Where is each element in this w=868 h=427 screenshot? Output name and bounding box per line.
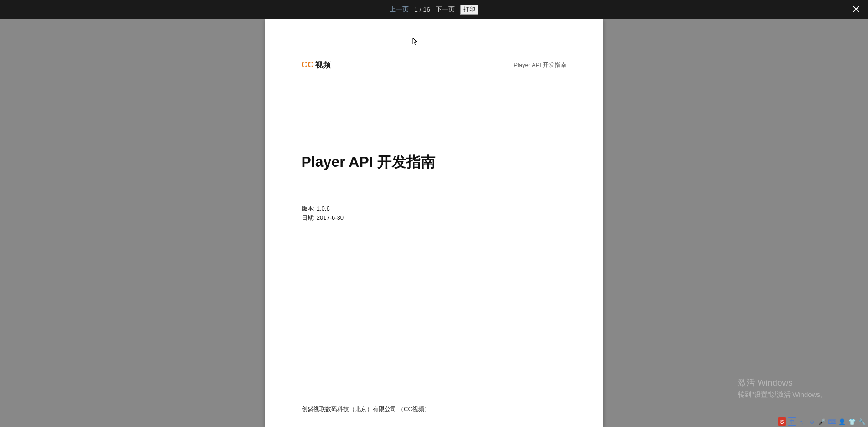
company-footer: 创盛视联数码科技（北京）有限公司 （CC视频） [302,405,430,413]
sogou-ime-icon[interactable]: S [778,417,786,426]
date-line: 日期: 2017-6-30 [302,213,567,222]
toolbar-center: 上一页 1 / 16 下一页 打印 [390,5,478,15]
document-viewport[interactable]: CC 视频 Player API 开发指南 Player API 开发指南 版本… [0,19,868,427]
ime-user-icon[interactable]: 👤 [838,417,846,426]
close-button[interactable] [851,4,862,15]
ime-keyboard-icon[interactable]: ⌨ [828,417,836,426]
ime-emoji-icon[interactable]: ☺ [808,417,816,426]
logo-prefix: CC [302,60,314,70]
document-meta: 版本: 1.0.6 日期: 2017-6-30 [302,204,567,222]
current-page: 1 [414,6,418,13]
header-subtitle: Player API 开发指南 [514,61,566,69]
logo-text: 视频 [315,60,331,70]
total-pages: 16 [423,6,430,13]
page-sep: / [418,6,423,13]
next-page-link[interactable]: 下一页 [436,5,455,14]
print-button[interactable]: 打印 [460,5,478,15]
ime-mic-icon[interactable]: 🎤 [818,417,826,426]
ime-lang-icon[interactable]: 中 [788,417,796,426]
document-page: CC 视频 Player API 开发指南 Player API 开发指南 版本… [265,19,603,427]
ime-punct-icon[interactable]: •, [798,417,806,426]
close-icon [853,5,860,13]
brand-logo: CC 视频 [302,60,331,70]
prev-page-link[interactable]: 上一页 [390,5,409,14]
ime-tool-icon[interactable]: 🔧 [858,417,866,426]
page-indicator: 1 / 16 [414,6,430,13]
ime-skin-icon[interactable]: 👕 [848,417,856,426]
page-header: CC 视频 Player API 开发指南 [302,60,567,70]
version-line: 版本: 1.0.6 [302,204,567,213]
ime-taskbar: S 中 •, ☺ 🎤 ⌨ 👤 👕 🔧 [776,416,868,427]
viewer-toolbar: 上一页 1 / 16 下一页 打印 [0,0,868,19]
document-title: Player API 开发指南 [302,152,567,172]
